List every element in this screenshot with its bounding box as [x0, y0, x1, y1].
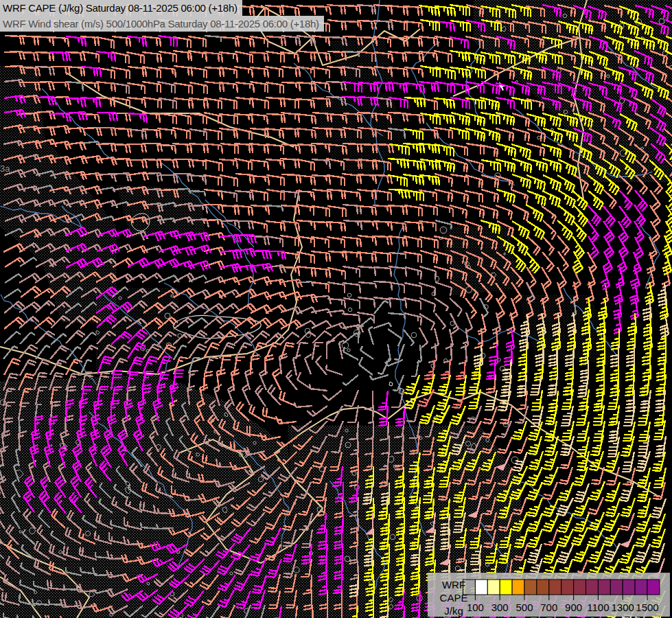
svg-text:WRF Wind shear (m/s) 500/1000h: WRF Wind shear (m/s) 500/1000hPa Saturda…: [3, 18, 319, 30]
svg-text:3a: 3a: [0, 163, 10, 174]
svg-text:J/kg: J/kg: [444, 605, 463, 617]
svg-text:700: 700: [540, 602, 557, 613]
svg-text:900: 900: [565, 602, 582, 613]
svg-text:100: 100: [467, 602, 484, 613]
svg-text:1300: 1300: [612, 602, 634, 613]
svg-text:1100: 1100: [587, 602, 609, 613]
svg-text:500: 500: [515, 602, 533, 613]
svg-text:WRF: WRF: [442, 579, 465, 591]
svg-text:1500: 1500: [636, 602, 658, 613]
svg-text:300: 300: [491, 602, 509, 613]
svg-text:CAPE: CAPE: [440, 592, 468, 604]
svg-text:WRF CAPE (J/kg) Saturday 08-11: WRF CAPE (J/kg) Saturday 08-11-2025 06:0…: [3, 2, 237, 14]
